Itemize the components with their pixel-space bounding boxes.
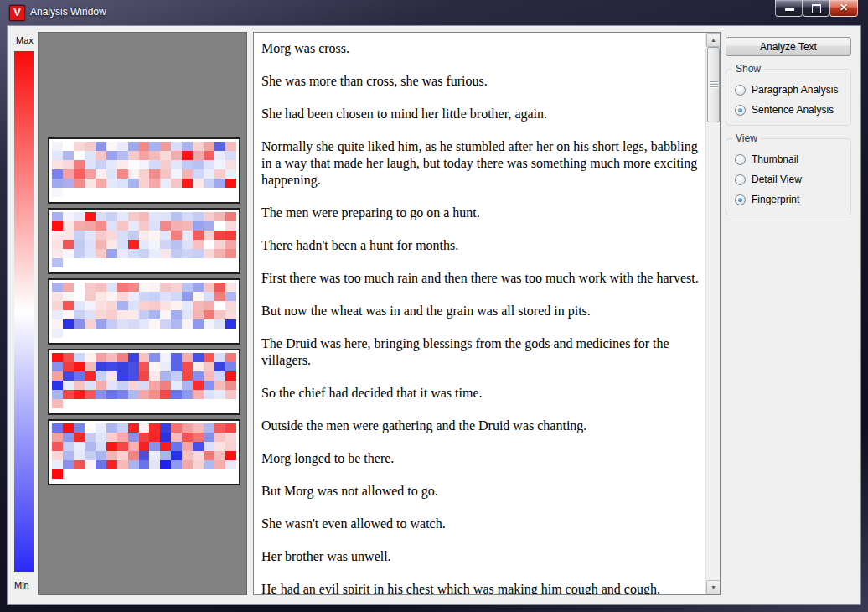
radio-option-thumbnail[interactable]: Thumbnail: [733, 149, 844, 169]
heat-cell: [117, 362, 128, 371]
heat-cell: [96, 451, 106, 460]
sentence: Her brother was unwell.: [261, 548, 699, 565]
view-groupbox: View ThumbnailDetail ViewFingerprint: [726, 138, 851, 215]
window-title: Analysis Window: [30, 6, 106, 18]
heat-cell: [63, 301, 74, 310]
heat-cell: [149, 423, 160, 433]
fingerprint-thumbnail[interactable]: [48, 349, 240, 415]
sentence: First there was too much rain and then t…: [261, 270, 699, 287]
heat-cell: [204, 249, 214, 258]
heat-cell: [182, 169, 193, 179]
heat-cell: [117, 142, 128, 151]
radio-option-detail-view[interactable]: Detail View: [733, 169, 844, 189]
heat-cell: [128, 221, 139, 231]
heat-cell: [106, 151, 117, 160]
heat-cell: [171, 301, 182, 310]
scroll-up-button[interactable]: ▲: [706, 33, 721, 47]
fingerprint-thumbnail[interactable]: [48, 278, 240, 345]
heat-cell: [149, 249, 160, 258]
close-button[interactable]: ✕: [829, 0, 858, 17]
heat-cell: [160, 283, 171, 292]
title-bar[interactable]: V Analysis Window ✕: [0, 0, 868, 25]
heat-cell: [52, 310, 63, 319]
heat-cell: [171, 249, 182, 258]
fingerprint-grid: [52, 142, 236, 197]
scroll-down-button[interactable]: ▼: [706, 580, 721, 594]
sentence: But Morg was not allowed to go.: [261, 483, 699, 500]
heat-cell: [182, 160, 193, 169]
heat-cell: [193, 301, 204, 310]
radio-option-fingerprint[interactable]: Fingerprint: [733, 189, 844, 210]
heat-cell: [139, 390, 150, 399]
heat-cell: [96, 381, 106, 390]
heat-cell: [193, 231, 204, 240]
heat-cell: [85, 212, 96, 221]
heat-cell: [193, 240, 204, 249]
fingerprint-thumbnail[interactable]: [48, 419, 240, 485]
heat-cell: [63, 160, 74, 169]
heat-cell: [128, 390, 139, 399]
heat-cell: [52, 292, 63, 301]
heat-cell: [117, 353, 128, 362]
radio-option-paragraph-analysis[interactable]: Paragraph Analysis: [733, 80, 844, 100]
vertical-scrollbar[interactable]: ▲ ▼: [705, 33, 720, 594]
heat-cell: [225, 212, 236, 221]
maximize-button[interactable]: [803, 0, 829, 17]
heat-cell: [117, 292, 128, 301]
heat-cell: [85, 240, 96, 249]
heat-cell: [139, 433, 150, 442]
heat-cell: [204, 460, 214, 469]
heat-cell: [204, 301, 214, 310]
heat-cell: [85, 442, 96, 451]
fingerprint-grid: [52, 353, 236, 408]
heat-cell: [204, 451, 214, 460]
heat-cell: [171, 381, 182, 390]
heat-cell: [85, 179, 96, 188]
heat-cell: [160, 249, 171, 258]
heat-cell: [225, 423, 236, 433]
heat-cell: [63, 142, 74, 151]
heat-cell: [171, 283, 182, 292]
heat-cell: [96, 310, 106, 319]
heat-cell: [225, 240, 236, 249]
heat-cell: [106, 221, 117, 231]
analyze-text-button[interactable]: Analyze Text: [726, 37, 851, 56]
heat-cell: [117, 423, 128, 433]
radio-option-sentence-analysis[interactable]: Sentence Analysis: [733, 100, 844, 120]
heat-cell: [182, 371, 193, 381]
heat-cell: [128, 283, 139, 292]
heat-cell: [63, 451, 74, 460]
heat-cell: [225, 451, 236, 460]
minimize-button[interactable]: [775, 0, 803, 17]
heat-cell: [52, 399, 63, 408]
heat-cell: [160, 160, 171, 169]
story-text[interactable]: Morg was cross.She was more than cross, …: [254, 33, 705, 594]
heat-cell: [96, 390, 106, 399]
heat-cell: [106, 160, 117, 169]
heat-cell: [204, 353, 214, 362]
heat-cell: [214, 310, 225, 319]
heat-cell: [128, 381, 139, 390]
sentence: She had been chosen to mind her little b…: [261, 106, 699, 122]
heat-cell: [96, 362, 106, 371]
heat-cell: [204, 423, 214, 433]
heat-cell: [139, 283, 150, 292]
heat-cell: [52, 160, 63, 169]
heat-cell: [214, 231, 225, 240]
heat-cell: [74, 231, 85, 240]
heat-cell: [52, 212, 63, 221]
heat-cell: [225, 283, 236, 292]
heat-cell: [52, 423, 63, 433]
heat-cell: [214, 142, 225, 151]
scrollbar-thumb[interactable]: [707, 47, 720, 122]
heat-cell: [74, 221, 85, 231]
heat-cell: [193, 212, 204, 221]
heat-cell: [214, 371, 225, 381]
heat-cell: [214, 442, 225, 451]
radio-unselected-icon: [735, 174, 746, 185]
fingerprint-thumbnail[interactable]: [48, 208, 240, 274]
heat-cell: [74, 179, 85, 188]
heat-cell: [128, 301, 139, 310]
heat-cell: [182, 460, 193, 469]
fingerprint-thumbnail[interactable]: [48, 137, 240, 204]
